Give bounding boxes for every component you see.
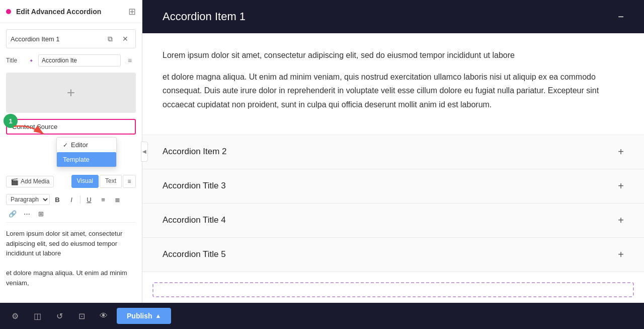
editor-content-area[interactable]: Lorem ipsum dolor sit amet, consectetur … [6,227,136,290]
add-media-label: Add Media [21,178,49,185]
editor-format-toolbar: Paragraph B I U ≡ ≣ 🔗 ⋯ ⊞ [6,191,136,223]
content-paragraph-2: et dolore magna aliqua. Ut enim ad minim… [163,70,624,111]
add-image-icon: + [67,85,75,101]
text-tab[interactable]: Text [100,175,122,188]
publish-label: Publish [127,312,152,320]
content-paragraph-1: Lorem ipsum dolor sit amet, consectetur … [163,48,624,62]
accordion-tab-icons: ⧉ ✕ [104,33,131,45]
accordion-item-title: Accordion Title 5 [163,249,226,259]
title-label: Title [6,57,26,64]
copy-icon[interactable]: ⧉ [104,33,116,45]
accordion-item-row[interactable]: Accordion Title 5 + [142,238,644,272]
dropdown-template-option[interactable]: Template [57,152,116,167]
accordion-collapse-icon[interactable]: − [618,11,624,23]
editor-paragraph-2: et dolore magna aliqua. Ut enim ad minim… [6,268,136,288]
table-button[interactable]: ⊞ [34,207,47,220]
accordion-expand-icon: + [618,215,624,226]
image-placeholder[interactable]: + [6,73,136,113]
content-source-dropdown: ✓ Editor Template [56,137,117,167]
accordion-items-list: Accordion Item 2 + Accordion Title 3 + A… [142,135,644,272]
editor-settings-icon[interactable]: ≡ [123,175,136,188]
bold-button[interactable]: B [51,193,64,206]
list-icon[interactable]: ≡ [124,54,136,67]
collapse-chevron-icon: ◀ [142,149,146,154]
history-icon[interactable]: ↺ [50,307,68,325]
title-input-wrap[interactable] [38,54,121,67]
italic-button[interactable]: I [65,193,78,206]
bottom-toolbar: ⚙ ◫ ↺ ⊡ 👁 Publish ▲ [0,303,644,329]
title-field-row: Title ✦ ≡ [6,54,136,67]
media-icon: 🎬 [11,178,19,185]
list-unordered-button[interactable]: ≡ [97,193,110,206]
paragraph-select[interactable]: Paragraph [6,194,50,205]
content-source-wrap: Content Source ✓ Editor Template 1 [6,119,136,135]
accordion-item-tab: Accordion Item 1 ⧉ ✕ [6,29,136,48]
content-source-label: Content Source [12,123,57,130]
layers-icon[interactable]: ◫ [28,307,46,325]
editor-area: 🎬 Add Media Visual Text ≡ Paragraph B [6,175,136,290]
editor-paragraph-1: Lorem ipsum dolor sit amet, consectetur … [6,229,136,258]
publish-chevron-icon: ▲ [155,312,162,319]
list-ordered-button[interactable]: ≣ [111,193,124,206]
panel-collapse-handle[interactable]: ◀ [141,142,148,162]
brand-dot [6,9,11,14]
panel-body: Accordion Item 1 ⧉ ✕ Title ✦ ≡ + [0,23,142,303]
accordion-item-row[interactable]: Accordion Title 4 + [142,204,644,238]
add-media-button[interactable]: 🎬 Add Media [6,176,54,187]
accordion-tab-label: Accordion Item 1 [11,35,104,43]
active-accordion-header[interactable]: Accordion Item 1 − [142,0,644,33]
settings-icon[interactable]: ⚙ [6,307,24,325]
template-option-label: Template [63,156,90,163]
check-icon: ✓ [63,142,68,149]
accordion-item-title: Accordion Item 2 [163,147,227,157]
preview-icon[interactable]: 👁 [95,307,113,325]
active-accordion-content: Lorem ipsum dolor sit amet, consectetur … [142,33,644,135]
magic-icon[interactable]: ✦ [29,58,33,63]
accordion-expand-icon: + [618,180,624,192]
accordion-expand-icon: + [618,249,624,260]
left-panel: Edit Advanced Accordion ⊞ Accordion Item… [0,0,142,303]
editor-option-label: Editor [71,141,88,149]
visual-tab[interactable]: Visual [71,175,99,188]
accordion-expand-icon: + [618,146,624,158]
close-icon[interactable]: ✕ [119,33,131,45]
right-panel: Accordion Item 1 − Lorem ipsum dolor sit… [142,0,644,303]
more-options-button[interactable]: ⋯ [20,207,33,220]
publish-button[interactable]: Publish ▲ [117,308,171,324]
dashed-border-area [152,282,634,297]
accordion-item-title: Accordion Title 3 [163,181,226,191]
toolbar-divider [80,195,80,204]
page-icon[interactable]: ⊡ [72,307,91,325]
link-button[interactable]: 🔗 [6,207,19,220]
panel-title: Edit Advanced Accordion [16,8,128,16]
dropdown-editor-option[interactable]: ✓ Editor [57,138,116,152]
panel-header: Edit Advanced Accordion ⊞ [0,0,142,23]
grid-icon[interactable]: ⊞ [128,6,136,17]
underline-button[interactable]: U [83,193,96,206]
content-source-button[interactable]: Content Source [6,119,136,135]
active-accordion-title: Accordion Item 1 [163,10,246,23]
accordion-item-title: Accordion Title 4 [163,215,226,225]
title-input[interactable] [42,57,117,64]
accordion-item-row[interactable]: Accordion Item 2 + [142,135,644,169]
accordion-item-row[interactable]: Accordion Title 3 + [142,169,644,204]
